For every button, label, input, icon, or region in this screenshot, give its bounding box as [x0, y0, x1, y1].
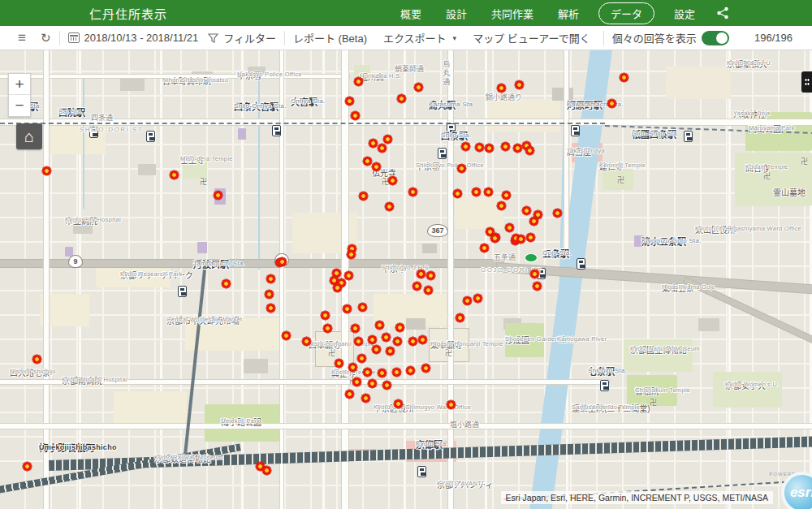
- open-map-viewer-button[interactable]: マップ ビューアーで開く: [473, 30, 590, 45]
- panel-collapse-handle[interactable]: [801, 71, 812, 93]
- survey-point[interactable]: [344, 271, 353, 280]
- survey-point[interactable]: [372, 345, 381, 354]
- survey-point[interactable]: [222, 279, 231, 288]
- survey-point[interactable]: [497, 201, 506, 210]
- survey-point[interactable]: [408, 188, 417, 196]
- survey-point[interactable]: [424, 286, 433, 295]
- survey-point[interactable]: [385, 202, 394, 211]
- survey-point[interactable]: [359, 192, 368, 201]
- filter-button[interactable]: フィルター: [208, 30, 276, 45]
- survey-point[interactable]: [32, 355, 41, 364]
- survey-point[interactable]: [363, 368, 372, 377]
- survey-point[interactable]: [382, 333, 391, 342]
- survey-point[interactable]: [266, 304, 275, 313]
- survey-point[interactable]: [408, 337, 417, 346]
- survey-point[interactable]: [513, 144, 522, 153]
- nav-item-設計[interactable]: 設計: [441, 2, 472, 24]
- survey-point[interactable]: [214, 191, 222, 200]
- survey-point[interactable]: [302, 337, 311, 346]
- survey-point[interactable]: [321, 311, 330, 320]
- survey-point[interactable]: [607, 99, 616, 108]
- survey-point[interactable]: [335, 359, 343, 368]
- survey-point[interactable]: [354, 337, 363, 346]
- survey-point[interactable]: [480, 244, 489, 252]
- nav-item-概要[interactable]: 概要: [395, 2, 426, 24]
- survey-point[interactable]: [363, 157, 372, 166]
- survey-point[interactable]: [394, 399, 403, 408]
- survey-point[interactable]: [412, 282, 421, 291]
- survey-point[interactable]: [265, 290, 274, 299]
- nav-item-データ[interactable]: データ: [598, 2, 654, 24]
- survey-point[interactable]: [266, 274, 275, 283]
- home-button[interactable]: ⌂: [16, 123, 42, 149]
- survey-point[interactable]: [388, 176, 397, 185]
- survey-point[interactable]: [278, 257, 287, 266]
- survey-point[interactable]: [516, 235, 525, 244]
- survey-point[interactable]: [372, 162, 381, 171]
- survey-point[interactable]: [497, 84, 506, 93]
- export-button[interactable]: エクスポート ▾: [383, 30, 456, 45]
- survey-point[interactable]: [368, 379, 377, 388]
- survey-point[interactable]: [23, 462, 32, 471]
- survey-point[interactable]: [421, 364, 430, 373]
- survey-point[interactable]: [490, 234, 499, 243]
- survey-point[interactable]: [42, 166, 51, 175]
- survey-point[interactable]: [351, 111, 360, 120]
- survey-point[interactable]: [463, 296, 472, 305]
- zoom-out-button[interactable]: −: [9, 95, 30, 116]
- survey-point[interactable]: [530, 270, 539, 278]
- survey-point[interactable]: [453, 189, 462, 198]
- zoom-in-button[interactable]: +: [9, 74, 30, 95]
- survey-point[interactable]: [392, 368, 401, 377]
- survey-point[interactable]: [426, 271, 435, 280]
- survey-point[interactable]: [461, 142, 470, 151]
- survey-point[interactable]: [529, 217, 538, 226]
- show-responses-toggle[interactable]: [702, 31, 729, 45]
- map-canvas[interactable]: 93671卍卍卍卍卍卍卍卍卍西院駅Saiin Sta.西院駅Sai Sta.四条…: [0, 50, 812, 509]
- survey-point[interactable]: [343, 304, 352, 313]
- nav-item-解析[interactable]: 解析: [553, 2, 584, 24]
- survey-point[interactable]: [323, 324, 332, 333]
- survey-point[interactable]: [526, 233, 535, 242]
- survey-point[interactable]: [522, 206, 531, 215]
- survey-point[interactable]: [354, 77, 363, 86]
- nav-item-共同作業[interactable]: 共同作業: [486, 2, 538, 24]
- survey-point[interactable]: [456, 313, 464, 322]
- survey-point[interactable]: [170, 170, 179, 179]
- survey-point[interactable]: [515, 80, 524, 89]
- survey-point[interactable]: [378, 144, 387, 153]
- survey-point[interactable]: [414, 83, 423, 92]
- survey-point[interactable]: [345, 97, 354, 106]
- survey-point[interactable]: [345, 390, 354, 399]
- date-range-picker[interactable]: 2018/10/13 - 2018/11/21: [68, 32, 199, 44]
- report-button[interactable]: レポート (Beta): [293, 30, 367, 45]
- survey-point[interactable]: [457, 164, 466, 173]
- survey-point[interactable]: [333, 283, 342, 292]
- survey-point[interactable]: [368, 335, 377, 344]
- menu-icon[interactable]: ≡: [18, 30, 26, 46]
- nav-item-設定[interactable]: 設定: [669, 2, 700, 24]
- survey-point[interactable]: [502, 191, 511, 200]
- survey-point[interactable]: [501, 142, 510, 151]
- survey-point[interactable]: [348, 363, 357, 372]
- survey-point[interactable]: [347, 250, 356, 259]
- survey-point[interactable]: [352, 377, 361, 386]
- survey-point[interactable]: [447, 400, 456, 409]
- survey-point[interactable]: [262, 466, 271, 475]
- survey-point[interactable]: [361, 394, 370, 403]
- survey-point[interactable]: [375, 321, 384, 330]
- survey-point[interactable]: [553, 209, 562, 218]
- survey-point[interactable]: [393, 337, 402, 346]
- survey-point[interactable]: [382, 381, 391, 390]
- survey-point[interactable]: [475, 143, 484, 152]
- survey-point[interactable]: [282, 331, 291, 340]
- survey-point[interactable]: [417, 270, 425, 278]
- survey-point[interactable]: [505, 223, 514, 232]
- survey-point[interactable]: [485, 144, 494, 153]
- survey-point[interactable]: [484, 188, 493, 196]
- survey-point[interactable]: [418, 335, 427, 344]
- survey-point[interactable]: [357, 354, 366, 363]
- share-icon[interactable]: [715, 5, 731, 21]
- survey-point[interactable]: [358, 303, 367, 312]
- survey-point[interactable]: [473, 294, 482, 303]
